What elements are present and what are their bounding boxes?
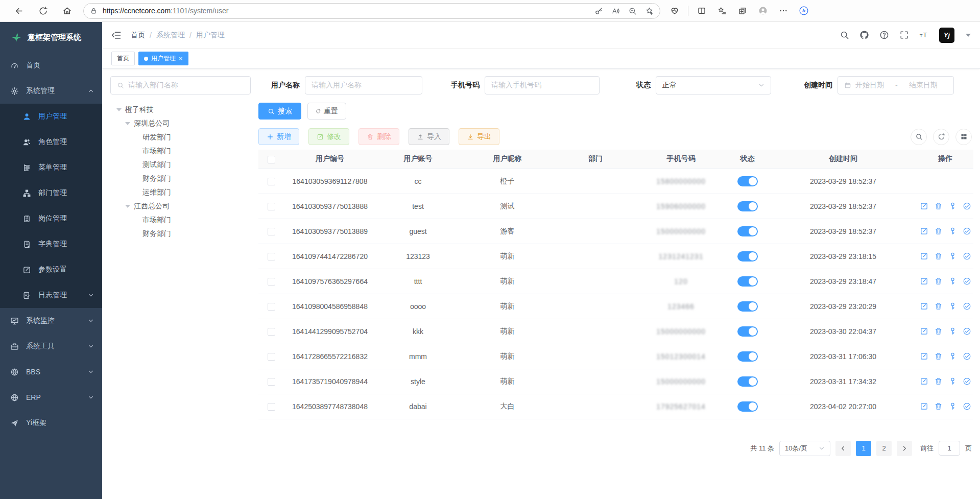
- sidebar-item-岗位管理[interactable]: 岗位管理: [0, 206, 102, 231]
- fullscreen-icon[interactable]: [899, 30, 909, 40]
- 导出-button[interactable]: 导出: [459, 128, 499, 145]
- lock-icon[interactable]: [90, 7, 98, 15]
- phone-input[interactable]: 请输入手机号码: [485, 76, 600, 94]
- tab-用户管理[interactable]: 用户管理×: [138, 52, 188, 65]
- trash-icon[interactable]: [934, 227, 943, 235]
- tab-首页[interactable]: 首页: [111, 52, 135, 65]
- row-checkbox[interactable]: [268, 203, 275, 210]
- favbar-icon[interactable]: [718, 6, 727, 15]
- status-toggle[interactable]: [737, 301, 758, 312]
- status-toggle[interactable]: [737, 351, 758, 362]
- split-icon[interactable]: [697, 6, 706, 15]
- key2-icon[interactable]: [948, 252, 957, 260]
- row-checkbox[interactable]: [268, 253, 275, 260]
- prev-page-button[interactable]: [835, 441, 851, 456]
- collapse-sidebar-icon[interactable]: [111, 30, 122, 40]
- page-size-select[interactable]: 10条/页: [779, 441, 830, 456]
- grid-circle-button[interactable]: [955, 129, 972, 145]
- tree-node-江西总公司[interactable]: 江西总公司: [110, 199, 251, 213]
- edit-square-icon[interactable]: [920, 327, 928, 336]
- question-icon[interactable]: [879, 30, 889, 40]
- tree-node-研发部门[interactable]: 研发部门: [110, 130, 251, 144]
- edit-square-icon[interactable]: [920, 252, 928, 260]
- sidebar-item-字典管理[interactable]: 字典管理: [0, 231, 102, 257]
- key2-icon[interactable]: [948, 277, 957, 286]
- key2-icon[interactable]: [948, 302, 957, 311]
- user-avatar[interactable]: Yj: [939, 28, 954, 43]
- search-circle-button[interactable]: [911, 129, 927, 145]
- row-checkbox[interactable]: [268, 228, 275, 235]
- read-aloud-icon[interactable]: [611, 7, 620, 15]
- refresh-icon[interactable]: [38, 6, 48, 16]
- row-checkbox[interactable]: [268, 378, 275, 386]
- check-circle-icon[interactable]: [963, 302, 971, 311]
- select-all-checkbox[interactable]: [268, 156, 275, 163]
- tree-node-市场部门[interactable]: 市场部门: [110, 213, 251, 227]
- github-icon[interactable]: [859, 30, 869, 40]
- edit-square-icon[interactable]: [920, 202, 928, 210]
- row-checkbox[interactable]: [268, 278, 275, 286]
- dept-search-input[interactable]: 请输入部门名称: [110, 76, 251, 94]
- breadcrumb-item[interactable]: 首页: [131, 31, 145, 40]
- status-toggle[interactable]: [737, 201, 758, 211]
- breadcrumb-item[interactable]: 用户管理: [196, 31, 225, 40]
- search-icon[interactable]: [840, 30, 849, 40]
- status-toggle[interactable]: [737, 276, 758, 287]
- expand-arrow-icon[interactable]: [125, 122, 130, 125]
- more-icon[interactable]: [779, 6, 788, 15]
- tree-node-市场部门[interactable]: 市场部门: [110, 144, 251, 158]
- next-page-button[interactable]: [897, 441, 912, 456]
- 修改-button[interactable]: 修改: [308, 128, 349, 145]
- home-icon[interactable]: [62, 6, 72, 16]
- tree-node-财务部门[interactable]: 财务部门: [110, 227, 251, 241]
- key-icon[interactable]: [594, 7, 603, 15]
- check-circle-icon[interactable]: [963, 277, 971, 286]
- check-circle-icon[interactable]: [963, 202, 971, 210]
- sidebar-item-BBS[interactable]: BBS: [0, 359, 102, 385]
- tree-node-橙子科技[interactable]: 橙子科技: [110, 103, 251, 116]
- profile-icon[interactable]: [758, 6, 768, 15]
- essentials-icon[interactable]: [670, 6, 679, 15]
- status-toggle[interactable]: [737, 376, 758, 387]
- back-icon[interactable]: [14, 6, 24, 16]
- key2-icon[interactable]: [948, 227, 957, 235]
- 导入-button[interactable]: 导入: [409, 128, 449, 145]
- sidebar-item-角色管理[interactable]: 角色管理: [0, 129, 102, 155]
- 新增-button[interactable]: 新增: [258, 128, 299, 145]
- expand-arrow-icon[interactable]: [125, 205, 130, 208]
- trash-icon[interactable]: [934, 252, 943, 260]
- star-add-icon[interactable]: [645, 7, 654, 15]
- edit-square-icon[interactable]: [920, 352, 928, 361]
- edit-square-icon[interactable]: [920, 302, 928, 311]
- row-checkbox[interactable]: [268, 303, 275, 311]
- trash-icon[interactable]: [934, 327, 943, 336]
- sidebar-item-菜单管理[interactable]: 菜单管理: [0, 155, 102, 180]
- edit-square-icon[interactable]: [920, 277, 928, 286]
- key2-icon[interactable]: [948, 377, 957, 386]
- status-select[interactable]: 正常: [656, 76, 771, 94]
- status-toggle[interactable]: [737, 326, 758, 337]
- status-toggle[interactable]: [737, 176, 758, 186]
- key2-icon[interactable]: [948, 402, 957, 411]
- row-checkbox[interactable]: [268, 353, 275, 361]
- status-toggle[interactable]: [737, 226, 758, 236]
- avatar-caret-icon[interactable]: [966, 34, 971, 37]
- zoom-out-icon[interactable]: [628, 7, 637, 15]
- trash-icon[interactable]: [934, 302, 943, 311]
- trash-icon[interactable]: [934, 352, 943, 361]
- address-bar[interactable]: https://ccnetcore.com:1101/system/user: [83, 3, 660, 19]
- row-checkbox[interactable]: [268, 178, 275, 185]
- page-button-2[interactable]: 2: [876, 441, 892, 456]
- reset-button[interactable]: 重置: [307, 103, 346, 120]
- copilot-icon[interactable]: b: [799, 6, 808, 15]
- sidebar-item-部门管理[interactable]: 部门管理: [0, 180, 102, 206]
- tree-node-财务部门[interactable]: 财务部门: [110, 172, 251, 185]
- breadcrumb-item[interactable]: 系统管理: [156, 31, 185, 40]
- fontsize-icon[interactable]: TT: [919, 30, 929, 40]
- sidebar-item-日志管理[interactable]: 日志管理: [0, 282, 102, 308]
- check-circle-icon[interactable]: [963, 402, 971, 411]
- sidebar-item-系统管理[interactable]: 系统管理: [0, 78, 102, 104]
- close-tab-icon[interactable]: ×: [179, 55, 183, 62]
- sidebar-item-用户管理[interactable]: 用户管理: [0, 104, 102, 129]
- 删除-button[interactable]: 删除: [358, 128, 399, 145]
